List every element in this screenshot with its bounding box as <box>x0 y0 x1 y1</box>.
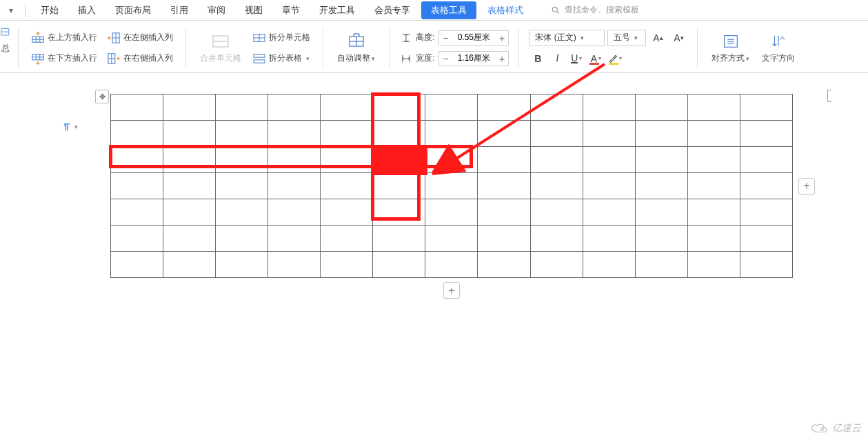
table-cell[interactable] <box>373 147 425 173</box>
table-cell[interactable] <box>163 199 216 226</box>
height-increase-button[interactable]: ＋ <box>496 31 508 45</box>
table-cell[interactable] <box>687 252 740 278</box>
table-cell[interactable] <box>425 121 478 147</box>
table-cell[interactable] <box>478 199 530 226</box>
table-cell[interactable] <box>740 199 792 226</box>
menu-review[interactable]: 审阅 <box>199 1 234 19</box>
table-cell[interactable] <box>321 199 373 226</box>
underline-button[interactable]: U ▾ <box>567 50 585 67</box>
split-table-button[interactable]: 拆分表格 ▾ <box>250 50 313 67</box>
table-cell[interactable] <box>478 226 530 252</box>
table-cell[interactable] <box>163 147 216 173</box>
table-cell[interactable] <box>321 147 373 173</box>
truncated-label-bottom[interactable]: 总 <box>1 43 10 54</box>
table-cell[interactable] <box>163 173 216 199</box>
width-increase-button[interactable]: ＋ <box>496 52 508 66</box>
table-cell[interactable] <box>583 121 635 147</box>
table-cell[interactable] <box>321 94 373 121</box>
table-cell[interactable] <box>687 173 740 199</box>
table-cell[interactable] <box>268 199 321 226</box>
font-size-select[interactable]: 五号 ▾ <box>607 30 646 46</box>
truncated-icon-top[interactable] <box>0 26 11 39</box>
highlight-color-button[interactable]: ▾ <box>606 50 624 67</box>
table-cell[interactable] <box>216 226 268 252</box>
table-cell[interactable] <box>268 94 321 121</box>
table-cell[interactable] <box>635 226 687 252</box>
table-cell[interactable] <box>268 226 321 252</box>
table-cell[interactable] <box>478 121 530 147</box>
font-name-select[interactable]: 宋体 (正文) ▾ <box>529 30 605 46</box>
table-cell[interactable] <box>478 173 530 199</box>
table-cell[interactable] <box>216 252 268 278</box>
table-cell[interactable] <box>111 199 163 226</box>
table-cell[interactable] <box>321 173 373 199</box>
menu-vip[interactable]: 会员专享 <box>366 1 418 19</box>
table-cell[interactable] <box>373 94 425 121</box>
table-cell[interactable] <box>687 121 740 147</box>
table-cell[interactable] <box>111 121 163 147</box>
table-cell[interactable] <box>373 252 425 278</box>
menu-insert[interactable]: 插入 <box>70 1 104 19</box>
menu-table-tools[interactable]: 表格工具 <box>421 1 476 19</box>
table-cell[interactable] <box>321 226 373 252</box>
table-cell[interactable] <box>635 173 687 199</box>
menu-layout[interactable]: 页面布局 <box>107 1 159 19</box>
table-cell[interactable] <box>530 173 583 199</box>
table-cell[interactable] <box>635 121 687 147</box>
table-cell[interactable] <box>530 147 583 173</box>
menu-view[interactable]: 视图 <box>236 1 271 19</box>
table-cell[interactable] <box>635 252 687 278</box>
table-cell[interactable] <box>687 147 740 173</box>
document-area[interactable]: ✥ ▾ ＋ ＋ 亿速云 <box>0 73 868 440</box>
table-cell[interactable] <box>268 252 321 278</box>
table-cell[interactable] <box>583 94 635 121</box>
table-cell[interactable] <box>268 173 321 199</box>
app-menu-dropdown[interactable]: ▾ <box>4 6 18 15</box>
table-cell[interactable] <box>111 226 163 252</box>
table-cell[interactable] <box>530 252 583 278</box>
table-cell[interactable] <box>530 226 583 252</box>
insert-row-below-button[interactable]: 在下方插入行 <box>28 50 100 67</box>
table-cell[interactable] <box>216 173 268 199</box>
table-cell[interactable] <box>583 226 635 252</box>
split-cells-button[interactable]: 拆分单元格 <box>250 30 313 46</box>
font-grow-button[interactable]: A▴ <box>649 30 667 46</box>
table-cell[interactable] <box>216 94 268 121</box>
table-move-handle[interactable]: ✥ <box>95 90 109 103</box>
table-cell[interactable] <box>530 94 583 121</box>
paragraph-options-button[interactable]: ▾ <box>62 121 78 132</box>
table-cell[interactable] <box>740 173 792 199</box>
table-cell[interactable] <box>583 147 635 173</box>
table-cell[interactable] <box>635 94 687 121</box>
table-cell[interactable] <box>530 199 583 226</box>
table-cell[interactable] <box>216 121 268 147</box>
table-cell[interactable] <box>478 94 530 121</box>
table-cell[interactable] <box>635 147 687 173</box>
table-cell[interactable] <box>373 173 425 199</box>
table-cell[interactable] <box>111 173 163 199</box>
table-cell[interactable] <box>740 226 792 252</box>
menu-devtools[interactable]: 开发工具 <box>311 1 363 19</box>
italic-button[interactable]: I <box>548 50 566 67</box>
table-cell[interactable] <box>321 121 373 147</box>
alignment-button[interactable]: 对齐方式▾ <box>707 29 754 67</box>
table-cell[interactable] <box>163 121 216 147</box>
table-cell[interactable] <box>583 252 635 278</box>
table-cell[interactable] <box>425 94 478 121</box>
table-cell[interactable] <box>321 252 373 278</box>
auto-fit-button[interactable]: 自动调整▾ <box>333 29 379 67</box>
add-row-button[interactable]: ＋ <box>443 282 460 299</box>
table-cell[interactable] <box>478 252 530 278</box>
table-cell[interactable] <box>687 226 740 252</box>
menu-start[interactable]: 开始 <box>32 1 67 19</box>
insert-row-above-button[interactable]: 在上方插入行 <box>28 30 100 46</box>
search-input[interactable]: 查找命令、搜索模板 <box>551 4 639 16</box>
insert-col-right-button[interactable]: 在右侧插入列 <box>104 50 176 67</box>
height-decrease-button[interactable]: − <box>439 31 452 45</box>
table-cell[interactable] <box>425 173 478 199</box>
table-cell[interactable] <box>111 252 163 278</box>
table-cell[interactable] <box>740 147 792 173</box>
table-cell[interactable] <box>583 199 635 226</box>
width-decrease-button[interactable]: − <box>439 52 452 66</box>
text-direction-button[interactable]: A 文字方向 <box>758 29 799 67</box>
